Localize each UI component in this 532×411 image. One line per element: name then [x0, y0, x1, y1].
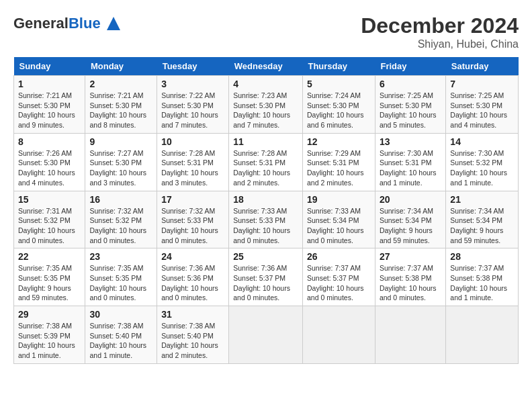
day-number: 22: [18, 251, 81, 262]
day-info: Sunrise: 7:37 AM Sunset: 5:37 PM Dayligh…: [307, 263, 371, 303]
day-number: 21: [450, 194, 514, 205]
table-row: 12Sunrise: 7:29 AM Sunset: 5:31 PM Dayli…: [302, 133, 375, 191]
day-number: 12: [307, 136, 371, 147]
col-saturday: Saturday: [446, 57, 519, 76]
day-info: Sunrise: 7:26 AM Sunset: 5:30 PM Dayligh…: [18, 148, 81, 188]
table-row: 4Sunrise: 7:23 AM Sunset: 5:30 PM Daylig…: [229, 76, 303, 134]
day-info: Sunrise: 7:36 AM Sunset: 5:36 PM Dayligh…: [161, 263, 224, 303]
day-number: 23: [89, 251, 152, 262]
table-row: 18Sunrise: 7:33 AM Sunset: 5:33 PM Dayli…: [229, 191, 303, 248]
day-number: 7: [450, 79, 514, 89]
day-info: Sunrise: 7:32 AM Sunset: 5:32 PM Dayligh…: [89, 206, 152, 246]
table-row: [302, 306, 375, 364]
day-info: Sunrise: 7:31 AM Sunset: 5:32 PM Dayligh…: [18, 206, 81, 246]
day-number: 1: [18, 79, 81, 89]
day-number: 29: [18, 309, 81, 320]
table-row: 20Sunrise: 7:34 AM Sunset: 5:34 PM Dayli…: [375, 191, 445, 248]
day-number: 24: [161, 251, 224, 262]
month-title: December 2024: [361, 13, 519, 38]
day-number: 16: [89, 194, 152, 205]
col-wednesday: Wednesday: [229, 57, 303, 76]
day-info: Sunrise: 7:30 AM Sunset: 5:32 PM Dayligh…: [450, 148, 514, 188]
logo-icon: [103, 13, 124, 34]
logo-blue-text: Blue: [69, 15, 101, 32]
day-number: 20: [380, 194, 441, 205]
table-row: 29Sunrise: 7:38 AM Sunset: 5:39 PM Dayli…: [14, 306, 85, 364]
day-number: 10: [161, 136, 224, 147]
table-row: 13Sunrise: 7:30 AM Sunset: 5:31 PM Dayli…: [375, 133, 445, 191]
day-info: Sunrise: 7:25 AM Sunset: 5:30 PM Dayligh…: [380, 91, 441, 130]
col-thursday: Thursday: [302, 57, 375, 76]
calendar-header-row: Sunday Monday Tuesday Wednesday Thursday…: [14, 57, 519, 76]
logo-general-text: General: [13, 15, 69, 32]
col-monday: Monday: [85, 57, 157, 76]
table-row: 23Sunrise: 7:35 AM Sunset: 5:35 PM Dayli…: [85, 248, 157, 306]
day-info: Sunrise: 7:33 AM Sunset: 5:33 PM Dayligh…: [233, 206, 298, 246]
day-number: 2: [89, 79, 152, 89]
day-number: 11: [233, 136, 298, 147]
day-info: Sunrise: 7:30 AM Sunset: 5:31 PM Dayligh…: [380, 148, 441, 188]
day-info: Sunrise: 7:29 AM Sunset: 5:31 PM Dayligh…: [307, 148, 371, 188]
table-row: 3Sunrise: 7:22 AM Sunset: 5:30 PM Daylig…: [157, 76, 229, 134]
day-number: 3: [161, 79, 224, 89]
day-info: Sunrise: 7:21 AM Sunset: 5:30 PM Dayligh…: [89, 91, 152, 130]
table-row: 6Sunrise: 7:25 AM Sunset: 5:30 PM Daylig…: [375, 76, 445, 134]
day-number: 28: [450, 251, 514, 262]
table-row: 25Sunrise: 7:36 AM Sunset: 5:37 PM Dayli…: [229, 248, 303, 306]
table-row: [446, 306, 519, 364]
day-info: Sunrise: 7:23 AM Sunset: 5:30 PM Dayligh…: [233, 91, 298, 130]
table-row: 1Sunrise: 7:21 AM Sunset: 5:30 PM Daylig…: [14, 76, 85, 134]
day-number: 6: [380, 79, 441, 89]
table-row: 17Sunrise: 7:32 AM Sunset: 5:33 PM Dayli…: [157, 191, 229, 248]
day-number: 9: [89, 136, 152, 147]
day-info: Sunrise: 7:35 AM Sunset: 5:35 PM Dayligh…: [18, 263, 81, 303]
table-row: 9Sunrise: 7:27 AM Sunset: 5:30 PM Daylig…: [85, 133, 157, 191]
day-info: Sunrise: 7:28 AM Sunset: 5:31 PM Dayligh…: [233, 148, 298, 188]
table-row: 28Sunrise: 7:37 AM Sunset: 5:38 PM Dayli…: [446, 248, 519, 306]
table-row: 21Sunrise: 7:34 AM Sunset: 5:34 PM Dayli…: [446, 191, 519, 248]
table-row: 16Sunrise: 7:32 AM Sunset: 5:32 PM Dayli…: [85, 191, 157, 248]
day-number: 27: [380, 251, 441, 262]
day-info: Sunrise: 7:34 AM Sunset: 5:34 PM Dayligh…: [450, 206, 514, 246]
table-row: 15Sunrise: 7:31 AM Sunset: 5:32 PM Dayli…: [14, 191, 85, 248]
table-row: [229, 306, 303, 364]
col-friday: Friday: [375, 57, 445, 76]
calendar-row-1: 8Sunrise: 7:26 AM Sunset: 5:30 PM Daylig…: [14, 133, 519, 191]
day-info: Sunrise: 7:33 AM Sunset: 5:34 PM Dayligh…: [307, 206, 371, 246]
day-info: Sunrise: 7:35 AM Sunset: 5:35 PM Dayligh…: [89, 263, 152, 303]
col-tuesday: Tuesday: [157, 57, 229, 76]
day-info: Sunrise: 7:32 AM Sunset: 5:33 PM Dayligh…: [161, 206, 224, 246]
day-info: Sunrise: 7:37 AM Sunset: 5:38 PM Dayligh…: [450, 263, 514, 303]
day-number: 4: [233, 79, 298, 89]
table-row: 14Sunrise: 7:30 AM Sunset: 5:32 PM Dayli…: [446, 133, 519, 191]
title-area: December 2024 Shiyan, Hubei, China: [361, 13, 519, 50]
day-info: Sunrise: 7:36 AM Sunset: 5:37 PM Dayligh…: [233, 263, 298, 303]
table-row: 24Sunrise: 7:36 AM Sunset: 5:36 PM Dayli…: [157, 248, 229, 306]
calendar-row-3: 22Sunrise: 7:35 AM Sunset: 5:35 PM Dayli…: [14, 248, 519, 306]
table-row: 5Sunrise: 7:24 AM Sunset: 5:30 PM Daylig…: [302, 76, 375, 134]
col-sunday: Sunday: [14, 57, 85, 76]
table-row: 19Sunrise: 7:33 AM Sunset: 5:34 PM Dayli…: [302, 191, 375, 248]
svg-marker-0: [107, 17, 120, 30]
day-number: 26: [307, 251, 371, 262]
table-row: [375, 306, 445, 364]
day-number: 31: [161, 309, 224, 320]
calendar-row-0: 1Sunrise: 7:21 AM Sunset: 5:30 PM Daylig…: [14, 76, 519, 134]
header: GeneralBlue December 2024 Shiyan, Hubei,…: [13, 13, 519, 50]
day-info: Sunrise: 7:38 AM Sunset: 5:39 PM Dayligh…: [18, 321, 81, 361]
day-number: 13: [380, 136, 441, 147]
table-row: 11Sunrise: 7:28 AM Sunset: 5:31 PM Dayli…: [229, 133, 303, 191]
day-number: 8: [18, 136, 81, 147]
table-row: 8Sunrise: 7:26 AM Sunset: 5:30 PM Daylig…: [14, 133, 85, 191]
day-number: 25: [233, 251, 298, 262]
day-info: Sunrise: 7:27 AM Sunset: 5:30 PM Dayligh…: [89, 148, 152, 188]
calendar-row-4: 29Sunrise: 7:38 AM Sunset: 5:39 PM Dayli…: [14, 306, 519, 364]
table-row: 30Sunrise: 7:38 AM Sunset: 5:40 PM Dayli…: [85, 306, 157, 364]
calendar-row-2: 15Sunrise: 7:31 AM Sunset: 5:32 PM Dayli…: [14, 191, 519, 248]
day-number: 15: [18, 194, 81, 205]
day-number: 5: [307, 79, 371, 89]
day-number: 17: [161, 194, 224, 205]
day-info: Sunrise: 7:37 AM Sunset: 5:38 PM Dayligh…: [380, 263, 441, 303]
day-info: Sunrise: 7:22 AM Sunset: 5:30 PM Dayligh…: [161, 91, 224, 130]
location-title: Shiyan, Hubei, China: [361, 38, 519, 50]
